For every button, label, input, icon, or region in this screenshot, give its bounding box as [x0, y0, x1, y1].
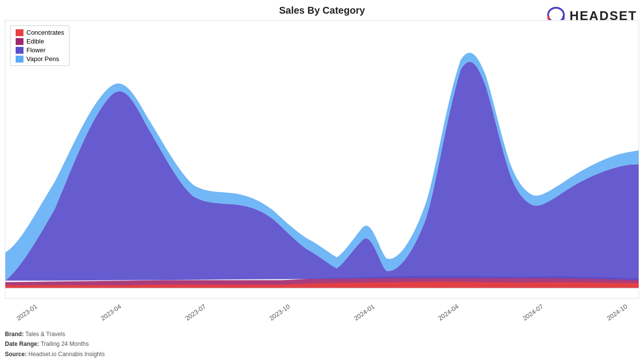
legend-item-vapor-pens: Vapor Pens [16, 55, 64, 63]
legend-label-vapor-pens: Vapor Pens [26, 55, 59, 63]
legend-item-concentrates: Concentrates [16, 29, 64, 36]
area-chart-svg [5, 21, 639, 298]
x-label-3: 2023-07 [184, 303, 207, 322]
footer-source: Source: Headset.io Cannabis Insights [5, 349, 105, 359]
legend-item-edible: Edible [16, 38, 64, 45]
brand-label: Brand: [5, 331, 24, 338]
date-range-label: Date Range: [5, 341, 39, 347]
chart-area: Concentrates Edible Flower Vapor Pens [5, 20, 639, 298]
legend-label-concentrates: Concentrates [26, 29, 64, 36]
source-label: Source: [5, 351, 27, 358]
x-label-8: 2024-10 [605, 303, 629, 322]
x-axis-labels: 2023-01 2023-04 2023-07 2023-10 2024-01 … [5, 312, 639, 323]
edible-color [16, 38, 23, 45]
flower-color [16, 47, 23, 54]
legend-label-edible: Edible [26, 38, 44, 45]
x-label-1: 2023-01 [15, 303, 39, 322]
concentrates-color [16, 29, 23, 36]
x-label-2: 2023-04 [99, 303, 123, 322]
footer-date-range: Date Range: Trailing 24 Months [5, 339, 105, 349]
x-label-7: 2024-07 [521, 303, 545, 322]
svg-rect-2 [562, 16, 564, 20]
x-label-4: 2023-10 [268, 303, 291, 322]
footer-brand: Brand: Tales & Travels [5, 329, 105, 339]
x-label-6: 2024-04 [437, 303, 460, 322]
legend-item-flower: Flower [16, 46, 64, 54]
x-label-5: 2024-01 [353, 303, 376, 322]
chart-container: HEADSET Sales By Category Concentrates E… [0, 0, 644, 362]
chart-title: Sales By Category [5, 5, 639, 16]
footer-info: Brand: Tales & Travels Date Range: Trail… [5, 329, 105, 359]
vapor-pens-color [16, 56, 23, 63]
legend: Concentrates Edible Flower Vapor Pens [10, 25, 69, 66]
svg-rect-1 [547, 16, 549, 20]
brand-value: Tales & Travels [25, 331, 65, 338]
source-value: Headset.io Cannabis Insights [28, 351, 105, 358]
date-range-value: Trailing 24 Months [41, 341, 89, 347]
legend-label-flower: Flower [26, 46, 45, 54]
